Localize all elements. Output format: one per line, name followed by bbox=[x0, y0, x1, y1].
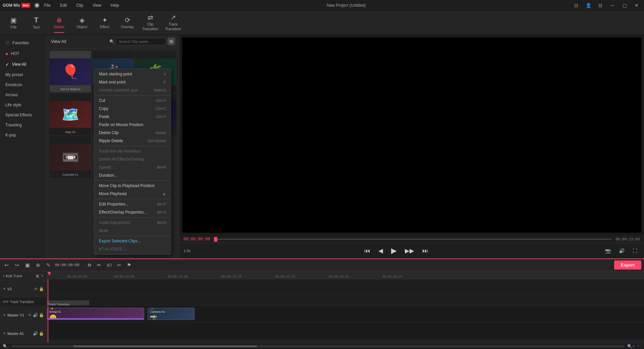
menu-help[interactable]: Help bbox=[109, 2, 121, 8]
sidebar-item-k-pop[interactable]: K-pop bbox=[0, 130, 47, 140]
sidebar-item-arrows[interactable]: Arrows bbox=[0, 90, 47, 100]
ctx-move-clip[interactable]: Move Clip to Playhead Position bbox=[94, 182, 171, 190]
window-icon-1[interactable]: ⊡ bbox=[572, 2, 581, 9]
menu-clip[interactable]: Clip bbox=[74, 2, 86, 8]
search-input[interactable] bbox=[116, 38, 166, 45]
ctx-mark-start[interactable]: Mark starting point S bbox=[94, 70, 171, 78]
project-title: New Project (Untitled) bbox=[121, 3, 572, 8]
skip-to-end-button[interactable]: ⏭ bbox=[420, 246, 431, 256]
menu-file[interactable]: File bbox=[42, 2, 53, 8]
ctx-export-selected[interactable]: Export Selected Clips... bbox=[94, 237, 171, 245]
toolbar-clip-transition[interactable]: ⇄ Clip Transition bbox=[140, 13, 161, 33]
timeline-scrollbar[interactable] bbox=[12, 345, 625, 347]
zoom-in-icon[interactable]: 🔍+ bbox=[627, 344, 635, 349]
sidebar-item-traveling[interactable]: Traveling bbox=[0, 120, 47, 130]
sidebar-item-favorites[interactable]: ♡ Favorites bbox=[0, 38, 47, 48]
toolbar-overlay[interactable]: ⟳ Overlay bbox=[117, 13, 138, 33]
tl-btn-1[interactable]: ▣ bbox=[23, 261, 32, 269]
close-button[interactable]: ✕ bbox=[632, 2, 641, 9]
minimize-button[interactable]: ─ bbox=[608, 2, 617, 9]
home-icon[interactable]: 🏠 bbox=[34, 3, 40, 8]
add-track-label[interactable]: + Add Track bbox=[3, 274, 22, 278]
mv1-playhead-line bbox=[48, 305, 48, 322]
add-track-icon-2[interactable]: ✎ bbox=[41, 274, 44, 278]
v2-track-row bbox=[47, 279, 644, 296]
ctx-ripple-delete[interactable]: Ripple Delete Ctrl+Delete bbox=[94, 137, 171, 145]
emoji-clip-label: Emoji 01 bbox=[49, 310, 61, 313]
menu-view[interactable]: View bbox=[91, 2, 103, 8]
toolbar-object[interactable]: ◈ Object bbox=[71, 13, 93, 33]
waveform-icon[interactable]: 〰 bbox=[637, 344, 641, 349]
toolbar-track-transition[interactable]: ↗ Track Transition bbox=[162, 13, 184, 33]
frame-back-button[interactable]: ◀ bbox=[376, 246, 386, 256]
master-a1-track-row bbox=[47, 322, 644, 342]
snapshot-button[interactable]: 📷 bbox=[602, 247, 613, 255]
skip-to-start-button[interactable]: ⏮ bbox=[362, 246, 373, 256]
app-logo: GOM Mix Max bbox=[3, 3, 30, 8]
flag-button[interactable]: ⚑ bbox=[125, 261, 133, 269]
window-icon-2[interactable]: 👤 bbox=[584, 2, 593, 9]
ctx-paste-mouse[interactable]: Paste on Mouse Position bbox=[94, 121, 171, 129]
sidebar-item-view-all[interactable]: ✓ View All bbox=[0, 59, 47, 70]
zoom-out-icon[interactable]: 🔍- bbox=[3, 344, 9, 349]
ctx-mark-end[interactable]: Mark end point F bbox=[94, 78, 171, 86]
master-v1-eye-icon[interactable]: 👁 bbox=[28, 313, 32, 317]
sidebar-item-special-effects[interactable]: Special Effects bbox=[0, 110, 47, 120]
master-a1-lock-icon[interactable]: 🔒 bbox=[39, 331, 44, 336]
window-icon-3[interactable]: ⊟ bbox=[596, 2, 605, 9]
play-pause-button[interactable]: ▶ bbox=[388, 245, 399, 256]
badge-tool-button[interactable]: 🏷 bbox=[105, 261, 113, 269]
export-button[interactable]: Export bbox=[614, 260, 641, 270]
progress-bar[interactable] bbox=[214, 239, 611, 240]
ctx-move-playhead[interactable]: Move Playhead ▶ bbox=[94, 190, 171, 198]
v2-eye-icon[interactable]: 👁 bbox=[34, 287, 38, 291]
sidebar-item-life-style[interactable]: Life style bbox=[0, 100, 47, 110]
sticker-item-map01[interactable]: 🗺️ Map 01 bbox=[50, 94, 91, 135]
master-a1-collapse-icon[interactable]: ▼ bbox=[3, 332, 6, 335]
v2-collapse-icon[interactable]: ▼ bbox=[3, 287, 6, 291]
grid-toggle-button[interactable]: ⊞ bbox=[167, 38, 175, 45]
maximize-button[interactable]: ▢ bbox=[620, 2, 629, 9]
ctx-divider-1 bbox=[94, 95, 171, 96]
play-end-button[interactable]: ▶▶ bbox=[402, 246, 417, 256]
redo-button[interactable]: ↪ bbox=[13, 261, 21, 269]
ctx-effect-overlay-properties[interactable]: Effect/Overlay Properties... Alt+S bbox=[94, 208, 171, 216]
v2-track-name: V2 bbox=[7, 287, 12, 291]
master-a1-audio-icon[interactable]: 🔊 bbox=[33, 331, 38, 336]
tl-btn-2[interactable]: ⊕ bbox=[34, 261, 42, 269]
fullscreen-button[interactable]: ⛶ bbox=[630, 247, 640, 255]
pen-tool-button[interactable]: ✏ bbox=[95, 261, 103, 269]
toolbar-effect[interactable]: ✦ Effect bbox=[94, 13, 115, 33]
ctx-paste[interactable]: Paste Ctrl+V bbox=[94, 113, 171, 121]
sidebar-item-my-preset[interactable]: My preset bbox=[0, 70, 47, 80]
toolbar-clip[interactable]: ▣ Clip bbox=[3, 13, 24, 33]
ctx-copy[interactable]: Copy Ctrl+C bbox=[94, 105, 171, 113]
sticker-item-hot-air-balloon[interactable]: 🎈 Hot Air Balloon bbox=[50, 51, 91, 92]
toolbar-text[interactable]: T Text bbox=[25, 13, 47, 33]
audio-button[interactable]: 🔊 bbox=[616, 247, 627, 255]
master-v1-collapse-icon[interactable]: ▼ bbox=[3, 313, 6, 317]
sidebar-item-hot[interactable]: ● HOT bbox=[0, 48, 47, 59]
emoji-clip-bar bbox=[47, 318, 144, 319]
clip-camera01[interactable]: 📷 Camera 01 📸 bbox=[148, 308, 195, 320]
fx-button[interactable]: fx bbox=[86, 261, 93, 269]
ctx-delete-clip[interactable]: Delete Clip Delete bbox=[94, 129, 171, 137]
ctx-paste-label: Paste bbox=[99, 114, 109, 119]
master-v1-audio-icon[interactable]: 🔊 bbox=[33, 313, 38, 317]
clip-transition-icon: ⇄ bbox=[148, 14, 153, 21]
ctx-edit-properties[interactable]: Edit Properties... Alt+P bbox=[94, 200, 171, 208]
ctx-cut[interactable]: Cut Ctrl+X bbox=[94, 97, 171, 105]
tl-btn-3[interactable]: ✎ bbox=[45, 261, 52, 269]
master-v1-lock-icon[interactable]: 🔒 bbox=[39, 313, 44, 317]
menu-edit[interactable]: Edit bbox=[58, 2, 69, 8]
scissors-button[interactable]: ✂ bbox=[115, 261, 123, 269]
ctx-duration[interactable]: Duration... bbox=[94, 171, 171, 179]
sidebar-item-emoticon[interactable]: Emoticon bbox=[0, 80, 47, 90]
undo-button[interactable]: ↩ bbox=[3, 261, 10, 269]
ctx-mute: Mute bbox=[94, 227, 171, 235]
add-track-icon-1[interactable]: ▣ bbox=[36, 274, 39, 278]
clip-emoji01[interactable]: 🎭 Emoji 01 😊 bbox=[47, 308, 144, 320]
toolbar-sticker[interactable]: ⊕ Sticker bbox=[48, 13, 70, 33]
sticker-item-cassette01[interactable]: 📼 Cassette 01 bbox=[50, 136, 91, 178]
v2-lock-icon[interactable]: 🔒 bbox=[39, 287, 44, 291]
